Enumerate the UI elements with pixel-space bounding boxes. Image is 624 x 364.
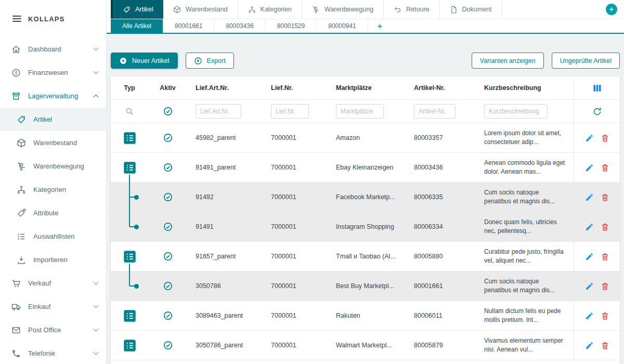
articles-table: Typ Aktiv Lief.Art.Nr. Lief.Nr. Marktplä… [111,76,620,364]
subtab-80001661[interactable]: 80001661 [163,19,214,33]
filter-marktplaetze-input[interactable] [336,104,384,119]
description-cell: Aenean commodo ligula eget dolor. Aenean… [476,153,574,182]
active-toggle-icon[interactable] [163,340,173,350]
sitemap-icon [17,185,26,194]
delete-icon[interactable] [601,252,609,261]
column-settings-icon[interactable] [592,83,602,93]
subtab-80001529[interactable]: 80001529 [266,19,317,33]
dolly-icon [312,6,320,14]
table-row[interactable]: 91491_parent 7000001 Ebay Kleinanzeigen … [111,153,620,183]
article-list-icon[interactable] [123,131,137,145]
subtab-80003436[interactable]: 80003436 [214,19,265,33]
edit-icon[interactable] [585,252,594,261]
tree-connector-line [129,271,130,286]
table-row[interactable]: 45982_parent 7000001 Amazon 80003357 Lor… [111,123,620,153]
article-list-icon[interactable] [123,339,137,353]
active-cell [148,271,187,301]
tag-icon [123,6,131,14]
tree-connector-line [129,264,130,271]
active-filter-icon[interactable] [163,106,173,116]
sidebar-item-kategorien[interactable]: Kategorien [0,178,106,201]
sidebar-item-verkauf[interactable]: Verkauf [0,271,106,295]
active-toggle-icon[interactable] [163,310,173,321]
sidebar-item-post-office[interactable]: Post Office [0,318,106,342]
edit-icon[interactable] [585,223,594,231]
table-row[interactable]: 91657_parent 7000001 Tmall и Taobao (Al.… [111,242,620,271]
active-toggle-icon[interactable] [163,162,173,173]
sidebar-item-auswahllisten[interactable]: Auswahllisten [0,225,106,248]
delete-icon[interactable] [601,193,609,202]
filter-lief-art-nr-input[interactable] [196,104,241,119]
filter-kurzbeschreibung-input[interactable] [484,104,548,119]
tab-warenbewegung[interactable]: Warenbewegung [302,0,384,19]
sidebar-item-artikel[interactable]: Artikel [0,108,106,131]
marktplatz-cell: Amazon [328,123,406,152]
lief-nr-cell: 7000001 [263,123,328,152]
sidebar-item-finanzwesen[interactable]: Finanzwesen [0,61,106,84]
add-subtab-button[interactable] [368,19,392,33]
delete-icon[interactable] [601,134,609,142]
sidebar-item-importieren[interactable]: Importieren [0,248,106,271]
sidebar-item-warenbestand[interactable]: Warenbestand [0,131,106,154]
show-variants-button[interactable]: Varianten anzeigen [472,53,544,69]
delete-icon[interactable] [601,282,609,291]
sidebar-item-dashboard[interactable]: Dashboard [0,37,106,61]
edit-icon[interactable] [585,193,594,202]
delete-icon[interactable] [601,223,609,231]
sidebar-item-lagerverwaltung[interactable]: Lagerverwaltung [0,84,106,108]
lief-nr-cell: 7000001 [263,271,328,301]
tab-dokument[interactable]: Dokument [440,0,502,19]
active-cell [148,123,187,152]
export-button[interactable]: Export [186,53,234,69]
active-toggle-icon[interactable] [163,192,173,202]
box-icon [17,138,26,148]
delete-icon[interactable] [601,163,609,172]
unverified-articles-button[interactable]: Ungeprüfte Artikel [552,53,620,69]
sidebar-item-attribute[interactable]: Attribute [0,201,106,225]
edit-icon[interactable] [585,341,594,350]
tab-warenbestand[interactable]: Warenbestand [163,0,238,19]
marktplatz-cell: Best Buy Marketpl... [328,271,406,301]
add-tab-button[interactable] [606,4,617,15]
table-row[interactable]: 3050786 7000001 Best Buy Marketpl... 800… [111,271,620,301]
tab-kategorien[interactable]: Kategorien [238,0,302,19]
finance-icon [11,68,21,77]
edit-icon[interactable] [585,311,594,320]
tab-retoure[interactable]: Retoure [384,0,439,19]
active-toggle-icon[interactable] [163,133,173,143]
table-row[interactable]: 3089463_parent 7000001 Rakuten 80006011 … [111,301,620,331]
sidebar-item-einkauf[interactable]: Einkauf [0,295,106,318]
active-toggle-icon[interactable] [163,251,173,262]
new-article-button[interactable]: Neuer Artikel [111,53,178,69]
refresh-icon[interactable] [592,107,602,116]
sidebar-item-telefonie[interactable]: Telefonie [0,342,106,364]
delete-icon[interactable] [601,341,609,350]
active-cell [148,153,187,182]
filter-typ-cell [111,100,148,123]
active-toggle-icon[interactable] [163,281,173,291]
search-icon[interactable] [125,107,134,116]
delete-icon[interactable] [601,311,609,320]
table-row[interactable]: 3050786_parent 7000001 Walmart Marketpl.… [111,331,620,360]
edit-icon[interactable] [585,282,594,291]
filter-lief-nr-input[interactable] [271,104,309,119]
active-toggle-icon[interactable] [163,222,173,232]
table-row[interactable]: 91491 7000001 Instagram Shopping 8000633… [111,212,620,242]
main-area: Artikel Warenbestand Kategorien Warenbew… [107,0,624,364]
table-row[interactable]: 91492 7000001 Facebook Marketp... 800063… [111,183,620,212]
article-list-icon[interactable] [123,250,137,264]
app-logo: KOLLAPS [28,15,65,23]
edit-icon[interactable] [585,163,594,172]
chevron-down-icon [94,69,99,74]
return-icon [394,6,401,14]
tree-node-dot [134,225,139,229]
tab-artikel[interactable]: Artikel [111,0,163,19]
sidebar-item-warenbewegung[interactable]: Warenbewegung [0,154,106,178]
article-list-icon[interactable] [123,309,137,323]
hamburger-menu-icon[interactable] [12,14,21,23]
edit-icon[interactable] [585,134,594,142]
filter-artikel-nr-input[interactable] [414,104,456,119]
subtab-80000941[interactable]: 80000941 [317,19,368,33]
article-list-icon[interactable] [123,161,137,175]
subtab-alle-artikel[interactable]: Alle Artikel [111,19,163,33]
